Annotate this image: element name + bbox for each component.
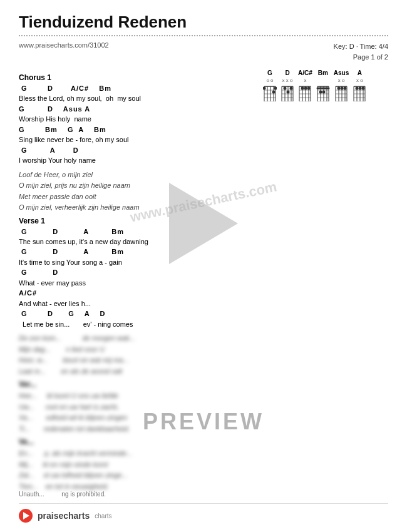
separator xyxy=(19,35,388,36)
chord-diagrams-area: G o o xyxy=(263,68,388,492)
svg-point-77 xyxy=(362,87,365,90)
svg-point-51 xyxy=(322,91,325,94)
svg-point-11 xyxy=(274,87,277,90)
svg-point-25 xyxy=(290,87,293,90)
svg-point-63 xyxy=(341,87,344,90)
lyric-line-4: I worship Your holy name xyxy=(19,155,250,166)
v1-lyric-4: And what - ever lies h... xyxy=(19,299,250,309)
svg-point-23 xyxy=(284,87,287,90)
svg-point-10 xyxy=(263,87,266,90)
chord-Asus: Asus x o xyxy=(334,69,349,101)
brand-area: praisecharts charts xyxy=(38,511,112,521)
footer: praisecharts charts xyxy=(19,503,388,523)
v1-chord-4: A/C# xyxy=(19,289,250,298)
chord-diagrams: G o o xyxy=(263,69,388,101)
translation-chorus1: Loof de Heer, o mijn ziel O mijn ziel, p… xyxy=(19,170,250,213)
v1-lyric-5: Let me be sin... ev' - ning comes xyxy=(19,319,250,330)
chord-line-4: G A D xyxy=(19,146,250,155)
v1-lyric-1: The sun comes up, it's a new day dawning xyxy=(19,237,250,247)
svg-point-50 xyxy=(319,91,322,94)
unauthorized-text: Unauth... ng is prohibited. xyxy=(19,491,106,498)
svg-point-12 xyxy=(272,91,276,94)
verse3-content: En... p, als mijn kracht verminde... Mij… xyxy=(19,448,250,491)
lyric-line-1: Bless the Lord, oh my soul, oh my soul xyxy=(19,93,250,104)
v1-chord-1: G D A Bm xyxy=(19,227,250,237)
svg-point-76 xyxy=(359,87,362,90)
svg-point-62 xyxy=(337,87,341,90)
meta-row: www.praisecharts.com/31002 Key: D · Time… xyxy=(19,41,388,62)
chord-Bm: Bm xyxy=(316,69,330,101)
section-verse2-header: Ver... xyxy=(19,380,250,389)
svg-point-36 xyxy=(301,87,304,90)
svg-point-64 xyxy=(344,87,347,90)
brand-suffix: charts xyxy=(95,513,111,519)
v1-lyric-3: What - ever may pass xyxy=(19,278,250,289)
chord-G: G o o xyxy=(263,69,277,101)
content-area: Chorus 1 G D A/C# Bm Bless the Lord, oh … xyxy=(19,68,388,492)
section-chorus1-header: Chorus 1 xyxy=(19,73,250,82)
chord-line-2: G D Asus A xyxy=(19,105,250,114)
lyric-line-3: Sing like never be - fore, oh my soul xyxy=(19,135,250,145)
sheet-music: Chorus 1 G D A/C# Bm Bless the Lord, oh … xyxy=(19,68,250,492)
key-info: Key: D · Time: 4/4 Page 1 of 2 xyxy=(334,41,388,62)
v1-chord-2: G D A Bm xyxy=(19,247,250,257)
svg-point-37 xyxy=(304,87,307,90)
v1-lyric-2: It's time to sing Your song a - gain xyxy=(19,257,250,268)
translation-verse1: De zon kom... de morgen wak... Mijn dag.… xyxy=(19,333,250,376)
lyric-line-2: Worship His holy name xyxy=(19,114,250,125)
section-verse3-header: Ve... xyxy=(19,437,250,446)
chord-AC#: A/C# x xyxy=(298,69,312,101)
praisecharts-logo-icon xyxy=(19,509,33,523)
svg-point-24 xyxy=(287,91,290,94)
chord-D: D x x o xyxy=(281,69,294,101)
page: Tienduizend Redenen www.praisecharts.com… xyxy=(0,0,407,532)
website-url: www.praisecharts.com/31002 xyxy=(19,41,109,49)
v1-chord-3: G D xyxy=(19,268,250,277)
chord-line-3: G Bm G A Bm xyxy=(19,125,250,135)
chord-line-1: G D A/C# Bm xyxy=(19,84,250,93)
brand-name: praisecharts xyxy=(38,511,90,521)
section-verse1-header: Verse 1 xyxy=(19,217,250,225)
svg-point-38 xyxy=(307,87,311,90)
page-title: Tienduizend Redenen xyxy=(19,13,388,32)
verse2-content: Hee... ld toont U ons uw liefde Uw... ro… xyxy=(19,391,250,434)
chord-A: A x o xyxy=(353,69,366,101)
v1-chord-5: G D G A D xyxy=(19,309,250,319)
svg-point-75 xyxy=(356,87,359,90)
